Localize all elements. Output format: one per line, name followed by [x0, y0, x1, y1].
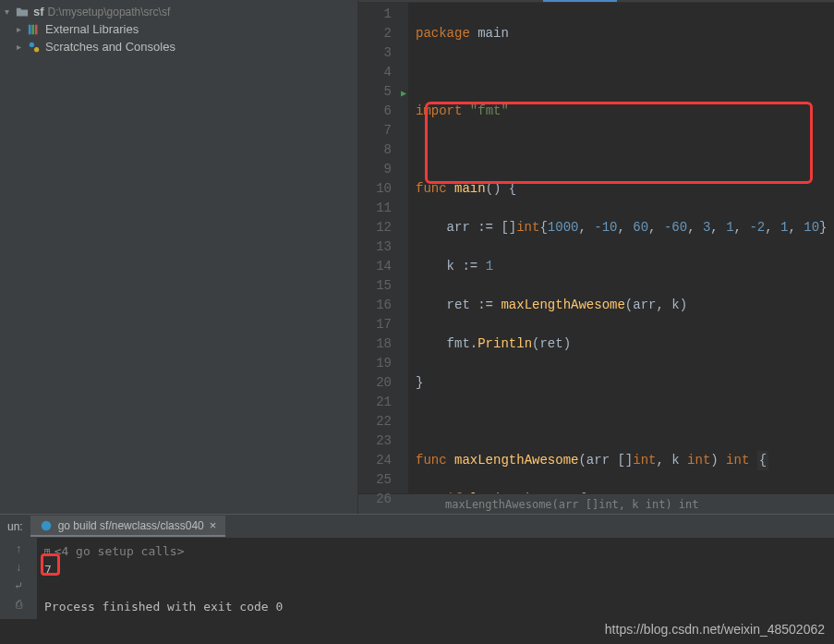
line-number[interactable]: 15 [358, 276, 392, 296]
library-icon [28, 23, 41, 36]
num: -2 [749, 220, 765, 235]
line-number[interactable]: 12 [358, 218, 392, 237]
p: , [687, 220, 703, 235]
up-arrow-icon[interactable]: ↑ [11, 541, 26, 556]
line-number[interactable]: 7 [358, 121, 392, 140]
t: (arr [] [578, 453, 633, 468]
t: k := [416, 259, 486, 273]
line-number[interactable]: 24 [358, 451, 392, 470]
run-tool-window[interactable]: un: go build sf/newclass/class040 × ↑ ↓ … [0, 514, 834, 619]
line-number[interactable]: 6 [358, 102, 392, 121]
p: { [539, 220, 547, 235]
num: 1000 [548, 220, 579, 235]
active-tab-indicator [543, 0, 617, 2]
line-number[interactable]: 9 [358, 160, 392, 179]
p: , [765, 220, 780, 235]
editor-panel[interactable]: 1 2 3 4 5 6 7 8 9 10 11 12 13 14 15 16 1… [358, 0, 834, 514]
t: (arr) == [493, 492, 563, 493]
project-root-path: D:\mysetup\gopath\src\sf [48, 6, 171, 18]
expand-icon[interactable]: ⊞ [44, 545, 51, 557]
num: 1 [726, 220, 733, 235]
console-toolbar: ↑ ↓ ⤶ ⎙ [0, 538, 37, 619]
fn: len [470, 492, 493, 493]
t: fmt. [416, 336, 477, 351]
go-file-icon [40, 519, 53, 532]
kw: import [416, 103, 462, 118]
project-root-item[interactable]: ▾ sf D:\mysetup\gopath\src\sf [0, 3, 357, 20]
external-libraries-item[interactable]: ▸ External Libraries [0, 20, 357, 38]
brace-hl: { [757, 451, 768, 470]
setup-calls-fold[interactable]: <4 go setup calls> [54, 544, 185, 558]
id: main [477, 26, 509, 41]
down-arrow-icon[interactable]: ↓ [11, 560, 26, 575]
line-number[interactable]: 3 [358, 43, 392, 63]
p: , [710, 220, 726, 235]
line-number[interactable]: 1 [358, 5, 392, 24]
run-gutter-icon[interactable]: ▶ [401, 84, 406, 103]
num: 0 [563, 492, 571, 493]
kw: func [416, 453, 447, 468]
wrap-icon[interactable]: ⤶ [11, 578, 26, 593]
svg-point-4 [34, 47, 39, 52]
breadcrumb-text: maxLengthAwesome(arr []int, k int) int [445, 498, 699, 511]
caret-down-icon: ▾ [5, 6, 14, 17]
line-number[interactable]: 5 [358, 82, 392, 102]
p: } [416, 375, 423, 390]
line-number[interactable]: 10 [358, 179, 392, 199]
line-number[interactable]: 8 [358, 140, 392, 160]
svg-point-3 [30, 42, 34, 46]
exit-message: Process finished with exit code 0 [44, 600, 283, 614]
p: () [486, 181, 502, 196]
num: 1 [486, 259, 493, 273]
console-output[interactable]: ⊞<4 go setup calls> 7 Process finished w… [37, 538, 834, 619]
t: ) [710, 453, 726, 468]
line-number[interactable]: 11 [358, 199, 392, 218]
line-number[interactable]: 4 [358, 63, 392, 82]
t: ret := [416, 298, 501, 312]
line-number[interactable]: 2 [358, 24, 392, 43]
breadcrumb-bar[interactable]: maxLengthAwesome(arr []int, k int) int [358, 493, 834, 514]
scratches-item[interactable]: ▸ Scratches and Consoles [0, 38, 357, 55]
run-label: un: [0, 520, 30, 533]
external-libraries-label: External Libraries [45, 22, 139, 36]
project-root-name: sf [33, 5, 44, 18]
line-number[interactable]: 17 [358, 315, 392, 334]
p: { [571, 492, 586, 493]
p: , [788, 220, 804, 235]
line-number[interactable]: 20 [358, 373, 392, 393]
line-number[interactable]: 16 [358, 296, 392, 315]
p: , [617, 220, 633, 235]
line-number[interactable]: 23 [358, 431, 392, 451]
svg-point-5 [41, 520, 51, 530]
line-number[interactable]: 19 [358, 354, 392, 373]
folder-icon [16, 6, 29, 18]
line-number[interactable]: 26 [358, 490, 392, 509]
svg-rect-0 [29, 24, 31, 34]
num: 10 [804, 220, 819, 235]
close-icon[interactable]: × [210, 518, 217, 532]
line-number[interactable]: 25 [358, 470, 392, 490]
fn: main [454, 181, 486, 196]
line-number[interactable]: 13 [358, 237, 392, 257]
scratches-label: Scratches and Consoles [45, 40, 175, 54]
line-number[interactable]: 14 [358, 257, 392, 276]
t: , k [656, 453, 687, 468]
print-icon[interactable]: ⎙ [11, 597, 26, 612]
p: , [578, 220, 594, 235]
fn: Println [477, 336, 532, 351]
scratches-icon [28, 41, 41, 54]
t: (arr, k) [625, 298, 687, 312]
line-number-gutter[interactable]: 1 2 3 4 5 6 7 8 9 10 11 12 13 14 15 16 1… [358, 3, 408, 493]
line-number[interactable]: 22 [358, 412, 392, 431]
run-config-tab[interactable]: go build sf/newclass/class040 × [30, 516, 226, 537]
p: , [734, 220, 750, 235]
code-area[interactable]: package main import "fmt" func main() { … [408, 3, 834, 493]
line-number[interactable]: 21 [358, 393, 392, 412]
project-tree-panel[interactable]: ▾ sf D:\mysetup\gopath\src\sf ▸ External… [0, 0, 358, 514]
kw: int [726, 453, 749, 468]
t: (ret) [532, 336, 571, 351]
t: arr := [] [416, 220, 516, 235]
kw: if [447, 492, 463, 493]
line-number[interactable]: 18 [358, 334, 392, 354]
kw: int [633, 453, 656, 468]
